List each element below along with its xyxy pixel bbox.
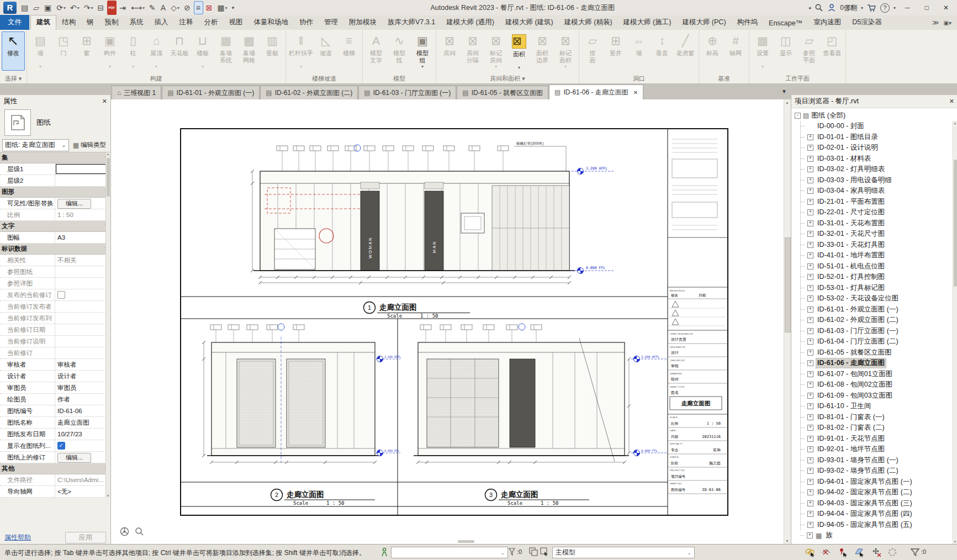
ribbon-button[interactable]: ◳ 门 — [52, 31, 75, 71]
ribbon-panel-label[interactable]: 模型 — [363, 75, 436, 83]
sheet-tree-item[interactable]: + ID-94-05 - 固定家具节点图 (五) — [801, 520, 957, 531]
drawing-canvas[interactable]: 暗藏灯带(3000K) — [111, 99, 791, 544]
property-value[interactable]: 设计者 — [55, 371, 110, 382]
worksets-icon[interactable] — [380, 547, 389, 559]
qat-tool-icon[interactable]: ⟳▾ — [55, 2, 67, 14]
property-row[interactable]: 当前修订 — [0, 347, 110, 359]
property-value[interactable] — [55, 163, 110, 175]
ribbon-panel-label[interactable]: 基准 — [699, 75, 749, 83]
property-row[interactable]: 导向轴网 <无> — [0, 486, 110, 498]
property-row[interactable]: 绘图员 作者 — [0, 394, 110, 405]
property-row[interactable]: 图形 — [0, 187, 110, 198]
sheet-tree-item[interactable]: + ID-91-01 - 天花节点图 — [801, 434, 957, 445]
close-icon[interactable]: ✕ — [949, 98, 954, 105]
expander-icon[interactable]: + — [807, 360, 813, 366]
sheet-tree-item[interactable]: + ID-61-08 - 包间02立面图 — [801, 379, 957, 390]
expander-icon[interactable]: + — [807, 436, 813, 442]
ribbon-button[interactable]: ≡ 楼梯 — [337, 31, 361, 71]
collapse-icon[interactable]: ◂ — [808, 5, 811, 10]
ribbon-collapse-icon[interactable]: ▣▾ — [944, 20, 951, 26]
ribbon-panel-label[interactable]: 工作平面 — [749, 75, 845, 83]
ribbon-button[interactable]: ▯ 柱 ▾ — [121, 31, 145, 71]
sheet-tree-item[interactable]: + ID-61-05 - 就餐区立面图 — [801, 347, 957, 358]
ribbon-tab[interactable]: 建模大师 (施工) — [618, 15, 677, 30]
qat-tool-icon[interactable]: ◇▾ — [169, 2, 181, 14]
tab-list-chevron-icon[interactable]: ▼ — [781, 88, 787, 94]
sheet-tree-item[interactable]: + ID-41-01 - 地坪布置图 — [801, 250, 957, 261]
ribbon-tab[interactable]: 附加模块 — [343, 15, 382, 30]
canvas-horizontal-scrollbar[interactable] — [458, 540, 474, 543]
expander-icon[interactable]: + — [807, 425, 813, 431]
sheet-tree-item[interactable]: + ID-51-01 - 机电点位图 — [801, 261, 957, 272]
ribbon-tab[interactable]: 分析 — [199, 15, 224, 30]
select-underlay-icon[interactable] — [821, 547, 832, 559]
user-menu-chevron-icon[interactable]: ▾ — [861, 6, 863, 10]
qat-tool-icon[interactable]: ≡ — [194, 1, 203, 14]
property-value[interactable] — [55, 313, 110, 324]
sheet-tree-item[interactable]: + ID-61-07 - 包间01立面图 — [801, 369, 957, 380]
sheet-tree-item[interactable]: + ID-53-02 - 天花设备定位图 — [801, 293, 957, 304]
ribbon-tab[interactable]: 建模大师 (PC) — [676, 15, 731, 30]
ribbon-panel-label[interactable]: 房间和面积 ▾ — [436, 75, 579, 83]
ribbon-tab[interactable]: 管理 — [319, 15, 343, 30]
ribbon-button[interactable]: ⊠ 房间 — [438, 31, 461, 71]
sheet-tree-item[interactable]: + ID-32-01 - 天花尺寸图 — [801, 229, 957, 240]
ribbon-tab[interactable]: 系统 — [124, 15, 149, 30]
ribbon-tab[interactable]: 结构 — [56, 15, 81, 30]
ribbon-tab[interactable]: 钢 — [81, 15, 99, 30]
qat-tool-icon[interactable]: A — [159, 2, 168, 14]
expander-icon[interactable]: + — [807, 479, 813, 485]
design-options-icon[interactable] — [529, 547, 538, 558]
property-value[interactable] — [55, 324, 110, 335]
qat-tool-icon[interactable]: PDF — [107, 1, 117, 15]
expander-icon[interactable]: + — [807, 532, 813, 538]
ribbon-tab[interactable]: 建模大师 (通用) — [441, 15, 500, 30]
help-icon[interactable]: ? — [880, 3, 890, 13]
ribbon-button[interactable]: ⊠ 房间 分隔 — [461, 31, 484, 71]
ribbon-button[interactable]: ⇔ 墙 — [627, 31, 651, 71]
ribbon-tab[interactable]: Enscape™ — [763, 17, 808, 30]
select-links-icon[interactable] — [805, 547, 816, 559]
expander-icon[interactable]: + — [807, 403, 813, 409]
property-row[interactable]: 文件路径 C:\Users\Admi... — [0, 474, 110, 486]
sheet-tree-item[interactable]: + ID-61-03 - 门厅立面图 (一) — [801, 326, 957, 337]
property-value[interactable] — [55, 301, 110, 312]
window-minimize-button[interactable]: ─ — [900, 3, 915, 13]
tab-overflow-icon[interactable]: ≫ — [932, 19, 939, 27]
signed-in-user[interactable]: 0㑚翻 — [840, 3, 857, 13]
sheet-tree-item[interactable]: + ID-03-01 - 材料表 — [801, 154, 957, 165]
property-value[interactable] — [55, 440, 110, 451]
property-row[interactable]: 相关性 不相关 — [0, 255, 110, 266]
steering-wheel-icon[interactable] — [120, 527, 129, 536]
ribbon-tab[interactable]: 协作 — [294, 15, 319, 30]
ribbon-tab[interactable]: 族库大师V7.3.1 — [382, 15, 441, 30]
property-row[interactable]: 其他 — [0, 463, 110, 474]
ribbon-button[interactable]: ▱ 按 面 — [581, 31, 604, 71]
design-option-dropdown[interactable]: 主模型 — [552, 547, 695, 558]
sheet-tree-item[interactable]: + ID-33-01 - 天花灯具图 — [801, 240, 957, 251]
ribbon-button[interactable]: ⊞ 竖井 — [604, 31, 627, 71]
property-value[interactable] — [55, 266, 110, 277]
ribbon-button[interactable]: ⌂ 屋顶 ▾ — [145, 31, 168, 71]
ribbon-tab[interactable]: 文件 — [0, 15, 29, 30]
property-row[interactable]: 参照详图 — [0, 278, 110, 289]
edit-button[interactable]: 编辑... — [57, 453, 91, 463]
property-value[interactable]: 不相关 — [55, 255, 110, 266]
view-tab[interactable]: ⌂ 三维视图 1 — [112, 86, 161, 99]
browser-scrollbar[interactable] — [953, 121, 957, 544]
property-value[interactable] — [55, 278, 110, 289]
property-row[interactable]: 审图员 审图员 — [0, 382, 110, 394]
ribbon-button[interactable]: ▣ 模型 组 ▾ — [411, 31, 434, 71]
properties-help-link[interactable]: 属性帮助 — [4, 533, 31, 542]
ribbon-button[interactable]: ▦ 设置 ▾ — [751, 31, 774, 71]
ribbon-button[interactable]: ⊠ 标记 面积 ▾ — [554, 31, 577, 71]
expander-icon[interactable]: + — [807, 295, 813, 302]
property-row[interactable]: 设计者 设计者 — [0, 371, 110, 382]
ribbon-button[interactable]: ▣ 构件 ▾ — [98, 31, 121, 71]
checkbox[interactable] — [57, 291, 65, 299]
ribbon-button[interactable]: ∿ 模型 线 — [388, 31, 411, 71]
ribbon-button[interactable]: ◰ 查看器 — [821, 31, 844, 71]
ribbon-button[interactable]: ▱ 参照 平面 — [797, 31, 821, 71]
expander-icon[interactable]: + — [807, 177, 813, 183]
expander-icon[interactable]: + — [807, 263, 813, 270]
